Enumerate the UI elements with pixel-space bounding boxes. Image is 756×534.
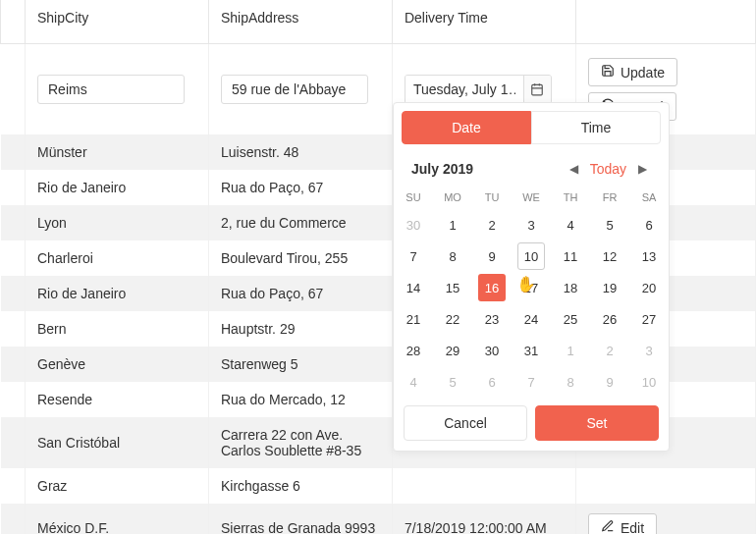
calendar-day[interactable]: 4 xyxy=(557,211,584,239)
dow-header: MO xyxy=(433,186,472,209)
calendar-day[interactable]: 26 xyxy=(596,305,623,333)
calendar-day[interactable]: 19 xyxy=(596,274,623,301)
cell-city: Rio de Janeiro xyxy=(26,170,209,205)
dow-header: TH xyxy=(551,186,590,209)
dow-header: TU xyxy=(472,186,512,209)
datepicker-cancel-button[interactable]: Cancel xyxy=(404,405,527,441)
calendar-day[interactable]: 28 xyxy=(400,337,427,364)
cell-address: Hauptstr. 29 xyxy=(208,311,392,347)
calendar-day[interactable]: 15 xyxy=(439,274,466,301)
calendar-day[interactable]: 9 xyxy=(478,242,506,270)
cell-address: 2, rue du Commerce xyxy=(208,205,392,240)
cell-city: Genève xyxy=(26,347,209,382)
calendar-day[interactable]: 18 xyxy=(557,274,584,301)
calendar-day[interactable]: 10 xyxy=(635,368,663,396)
delivery-time-input[interactable] xyxy=(405,76,523,103)
cell-address: Boulevard Tirou, 255 xyxy=(208,240,392,276)
calendar-day[interactable]: 8 xyxy=(439,242,466,270)
cell-address: Starenweg 5 xyxy=(208,347,392,382)
calendar-day[interactable]: 10 xyxy=(517,242,545,270)
cell-delivery: 7/18/2019 12:00:00 AM xyxy=(392,504,575,534)
calendar-day[interactable]: 17 xyxy=(517,274,545,301)
cell-city: Münster xyxy=(26,134,209,170)
calendar-day[interactable]: 30 xyxy=(400,211,427,239)
calendar-day[interactable]: 8 xyxy=(557,368,584,396)
cell-address: Kirchgasse 6 xyxy=(208,468,392,504)
month-year-label[interactable]: July 2019 xyxy=(411,161,558,177)
calendar-day[interactable]: 7 xyxy=(400,242,427,270)
pencil-icon xyxy=(601,519,615,534)
table-row: México D.F.Sierras de Granada 99937/18/2… xyxy=(1,504,756,534)
header-row: ShipCity ShipAddress Delivery Time xyxy=(1,0,756,44)
calendar-day[interactable]: 11 xyxy=(557,242,584,270)
update-button[interactable]: Update xyxy=(588,58,677,86)
col-header-address[interactable]: ShipAddress xyxy=(208,0,392,44)
calendar-day[interactable]: 9 xyxy=(596,368,623,396)
calendar-day[interactable]: 6 xyxy=(478,368,506,396)
calendar-day[interactable]: 27 xyxy=(635,305,663,333)
shipcity-input[interactable] xyxy=(37,75,185,104)
calendar-day[interactable]: 29 xyxy=(439,337,466,364)
calendar-day[interactable]: 14 xyxy=(400,274,427,301)
calendar-day[interactable]: 23 xyxy=(478,305,506,333)
tab-time[interactable]: Time xyxy=(531,111,661,144)
cell-address: Carrera 22 con Ave. Carlos Soublette #8-… xyxy=(208,417,392,468)
tab-date[interactable]: Date xyxy=(402,111,531,144)
dow-header: FR xyxy=(590,186,629,209)
calendar-day[interactable]: 4 xyxy=(400,368,427,396)
date-picker-popup: Date Time July 2019 ◀ Today ▶ SUMOTUWETH… xyxy=(393,102,670,452)
dow-header: SA xyxy=(629,186,669,209)
cell-city: México D.F. xyxy=(26,504,209,534)
svg-rect-0 xyxy=(532,84,543,95)
prev-month-icon[interactable]: ◀ xyxy=(566,160,582,178)
calendar-day[interactable]: 25 xyxy=(557,305,584,333)
calendar-day[interactable]: 22 xyxy=(439,305,466,333)
datepicker-set-button[interactable]: Set xyxy=(535,405,659,441)
cell-delivery xyxy=(392,468,575,504)
next-month-icon[interactable]: ▶ xyxy=(634,160,651,178)
calendar-day[interactable]: 2 xyxy=(478,211,506,239)
cell-city: San Cristóbal xyxy=(26,417,209,468)
calendar-day[interactable]: 12 xyxy=(596,242,623,270)
cell-city: Charleroi xyxy=(26,240,209,276)
calendar-day[interactable]: 1 xyxy=(557,337,584,364)
dow-header: SU xyxy=(394,186,433,209)
calendar-grid: SUMOTUWETHFRSA 3012345678910111213141516… xyxy=(394,186,669,398)
calendar-day[interactable]: 1 xyxy=(439,211,466,239)
cell-city: Resende xyxy=(26,382,209,417)
calendar-day[interactable]: 13 xyxy=(635,242,663,270)
edit-button[interactable]: Edit xyxy=(588,513,657,534)
cell-address: Sierras de Granada 9993 xyxy=(208,504,392,534)
cell-city: Bern xyxy=(26,311,209,347)
cell-address: Rua do Paço, 67 xyxy=(208,170,392,205)
calendar-day[interactable]: 7 xyxy=(517,368,545,396)
today-link[interactable]: Today xyxy=(590,161,626,177)
save-icon xyxy=(601,64,615,80)
calendar-day[interactable]: 5 xyxy=(596,211,623,239)
col-header-city[interactable]: ShipCity xyxy=(26,0,209,44)
cell-city: Rio de Janeiro xyxy=(26,276,209,311)
cell-address: Rua do Mercado, 12 xyxy=(208,382,392,417)
calendar-day[interactable]: 3 xyxy=(635,337,663,364)
calendar-day[interactable]: 2 xyxy=(596,337,623,364)
shipaddress-input[interactable] xyxy=(221,75,368,104)
calendar-day[interactable]: 31 xyxy=(517,337,545,364)
calendar-day[interactable]: 16 xyxy=(478,274,506,301)
calendar-day[interactable]: 24 xyxy=(517,305,545,333)
table-row: GrazKirchgasse 6 xyxy=(1,468,756,504)
col-header-delivery[interactable]: Delivery Time xyxy=(392,0,575,44)
cell-address: Luisenstr. 48 xyxy=(208,134,392,170)
calendar-day[interactable]: 30 xyxy=(478,337,506,364)
cell-city: Graz xyxy=(26,468,209,504)
dow-header: WE xyxy=(512,186,551,209)
cell-city: Lyon xyxy=(26,205,209,240)
cell-address: Rua do Paço, 67 xyxy=(208,276,392,311)
calendar-day[interactable]: 21 xyxy=(400,305,427,333)
calendar-day[interactable]: 20 xyxy=(635,274,663,301)
calendar-day[interactable]: 6 xyxy=(635,211,663,239)
calendar-day[interactable]: 5 xyxy=(439,368,466,396)
calendar-day[interactable]: 3 xyxy=(517,211,545,239)
calendar-icon[interactable] xyxy=(523,76,551,103)
